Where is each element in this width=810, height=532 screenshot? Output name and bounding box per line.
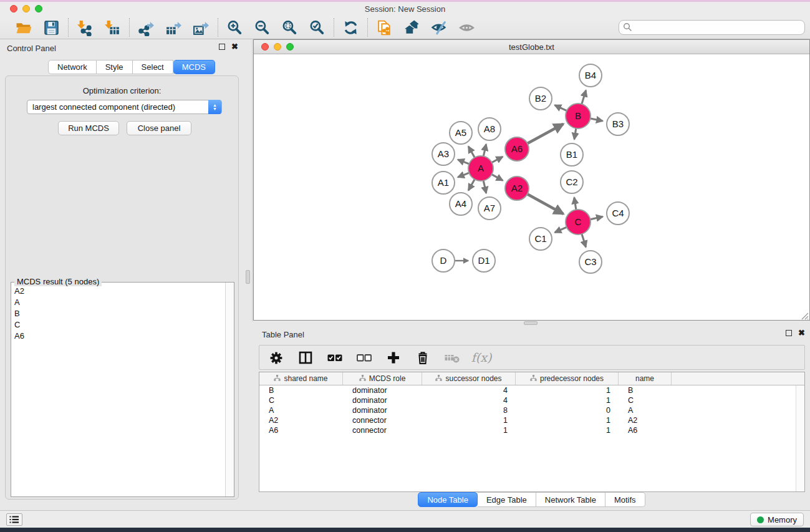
graph-edge-A-A6[interactable] [491, 157, 503, 163]
zoom-out-icon[interactable] [254, 19, 271, 36]
save-icon[interactable] [43, 19, 60, 36]
graph-node-C4[interactable]: C4 [607, 202, 629, 225]
import-table-icon[interactable] [104, 19, 121, 36]
import-network-icon[interactable] [77, 19, 94, 36]
table-row-A2[interactable]: A2connector11A2 [259, 415, 804, 425]
graph-node-D[interactable]: D [432, 249, 455, 272]
close-panel-icon[interactable]: ✖ [231, 43, 238, 51]
mcds-result-item[interactable]: A [11, 296, 224, 307]
criterion-dropdown[interactable]: largest connected component (directed) ▲… [27, 100, 222, 114]
graph-node-D1[interactable]: D1 [473, 249, 495, 272]
zoom-selected-icon[interactable] [309, 19, 325, 36]
graph-edge-C-C4[interactable] [589, 216, 603, 220]
graph-edge-A2-C[interactable] [526, 193, 564, 214]
horizontal-splitter-grip[interactable] [524, 321, 538, 325]
graph-edge-A6-B[interactable] [526, 124, 563, 144]
column-header-successor-nodes[interactable]: successor nodes [422, 372, 516, 385]
column-header-shared-name[interactable]: shared name [259, 372, 343, 385]
mcds-result-item[interactable]: C [11, 319, 224, 330]
float-panel-icon[interactable] [219, 44, 225, 50]
tab-network[interactable]: Network [48, 60, 97, 74]
tab-mcds[interactable]: MCDS [173, 60, 215, 74]
resize-grip-icon[interactable] [801, 311, 809, 319]
graph-edge-C-C3[interactable] [581, 233, 586, 247]
table-mode-icon[interactable] [268, 349, 284, 365]
column-header-MCDS-role[interactable]: MCDS role [343, 372, 422, 385]
float-table-panel-icon[interactable] [786, 330, 792, 336]
export-network-icon[interactable] [138, 19, 155, 36]
graph-node-B[interactable]: B [566, 104, 591, 128]
open-icon[interactable] [16, 19, 32, 36]
graph-edge-A-A7[interactable] [483, 180, 486, 193]
select-all-columns-icon[interactable] [327, 349, 343, 365]
graph-node-A4[interactable]: A4 [450, 193, 472, 215]
new-network-from-selection-icon[interactable] [376, 19, 393, 36]
mcds-result-item[interactable]: B [11, 307, 224, 319]
close-table-panel-icon[interactable]: ✖ [798, 329, 805, 337]
graph-node-A3[interactable]: A3 [432, 143, 455, 165]
graph-node-C3[interactable]: C3 [579, 251, 602, 273]
table-row-C[interactable]: Cdominator41C [259, 395, 804, 405]
tab-select[interactable]: Select [133, 60, 173, 74]
graph-node-C[interactable]: C [566, 210, 591, 235]
show-columns-icon[interactable] [297, 349, 314, 365]
network-canvas[interactable]: B4B2BB3A5A8A6A3B1AA1C2A2A4A7C4CC1C3DD1 [254, 54, 809, 320]
export-table-icon[interactable] [165, 19, 182, 36]
graph-node-C2[interactable]: C2 [561, 171, 583, 193]
graph-edge-A-A4[interactable] [468, 178, 475, 191]
graph-node-B2[interactable]: B2 [529, 87, 552, 110]
graph-edge-A-A2[interactable] [491, 174, 503, 181]
table-scrollbar[interactable] [796, 385, 804, 491]
column-header-name[interactable]: name [619, 372, 672, 385]
create-column-icon[interactable] [385, 349, 402, 365]
table-row-A[interactable]: Adominator80A [259, 405, 804, 415]
graph-node-A8[interactable]: A8 [478, 118, 501, 140]
graph-edge-A-A3[interactable] [458, 160, 470, 165]
graph-node-B3[interactable]: B3 [607, 113, 629, 135]
graph-edge-A-A5[interactable] [468, 147, 475, 159]
graph-node-A5[interactable]: A5 [450, 122, 472, 144]
run-mcds-button[interactable]: Run MCDS [58, 121, 119, 135]
horizontal-splitter[interactable] [253, 321, 810, 326]
mcds-result-item[interactable]: A2 [11, 285, 224, 296]
export-image-icon[interactable] [193, 19, 210, 36]
graph-edge-C-C1[interactable] [555, 226, 568, 232]
mcds-result-scrollbar[interactable] [225, 283, 234, 496]
unselect-all-columns-icon[interactable] [356, 349, 372, 365]
tab-network-table[interactable]: Network Table [536, 492, 605, 507]
column-header-predecessor-nodes[interactable]: predecessor nodes [516, 372, 619, 385]
vertical-splitter-grip[interactable] [246, 270, 250, 284]
zoom-fit-icon[interactable] [281, 19, 298, 36]
graph-node-A6[interactable]: A6 [505, 137, 529, 161]
graph-node-A2[interactable]: A2 [505, 177, 529, 200]
graph-edge-A-A1[interactable] [458, 172, 470, 177]
zoom-in-icon[interactable] [226, 19, 243, 36]
graph-node-B4[interactable]: B4 [579, 64, 602, 87]
graph-edge-B-B4[interactable] [581, 90, 586, 105]
graph-node-A7[interactable]: A7 [478, 197, 501, 220]
tab-style[interactable]: Style [97, 60, 133, 74]
memory-button[interactable]: Memory [750, 513, 804, 526]
table-row-A6[interactable]: A6connector11A6 [259, 425, 804, 435]
tab-edge-table[interactable]: Edge Table [478, 492, 536, 507]
hide-selected-icon[interactable] [431, 19, 448, 36]
table-row-B[interactable]: Bdominator41B [259, 385, 804, 395]
graph-edge-C-C2[interactable] [574, 198, 576, 211]
search-input[interactable] [619, 20, 805, 35]
graph-edge-B-B3[interactable] [589, 118, 603, 121]
show-all-icon[interactable] [458, 19, 475, 36]
refresh-icon[interactable] [342, 19, 359, 36]
vertical-splitter[interactable] [243, 39, 253, 510]
delete-columns-icon[interactable] [415, 349, 431, 365]
task-history-button[interactable] [6, 513, 22, 526]
tab-motifs[interactable]: Motifs [605, 492, 645, 507]
first-neighbors-icon[interactable] [403, 19, 420, 36]
graph-node-B1[interactable]: B1 [561, 143, 583, 166]
graph-node-C1[interactable]: C1 [529, 228, 552, 250]
graph-node-A[interactable]: A [468, 156, 493, 181]
graph-node-A1[interactable]: A1 [432, 172, 455, 194]
close-panel-button[interactable]: Close panel [127, 121, 191, 135]
graph-edge-A-A8[interactable] [483, 144, 486, 157]
graph-edge-B-B2[interactable] [555, 105, 568, 112]
mcds-result-item[interactable]: A6 [11, 330, 224, 341]
